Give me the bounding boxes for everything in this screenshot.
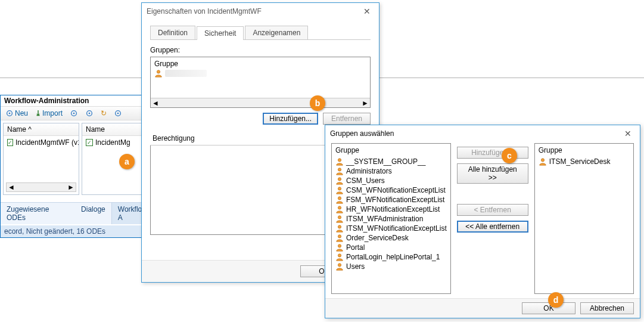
gear-icon	[85, 109, 94, 117]
group-icon	[335, 224, 344, 233]
transfer-buttons: Hinzufügen > Alle hinzufügen >> < Entfer…	[457, 143, 528, 294]
available-groups-header: Gruppe	[335, 146, 447, 154]
toolbar-new-button[interactable]: Neu	[3, 109, 30, 118]
list-item-label: Users	[346, 262, 365, 271]
list-item-label: ITSM_WFAdministration	[346, 215, 423, 223]
list-item[interactable]: ITSM_WFAdministration	[335, 214, 447, 224]
list-item[interactable]: CSM_WFNotificationExceptList	[335, 185, 447, 195]
list-item-label: IncidentMg	[95, 138, 130, 147]
redacted-text	[165, 70, 207, 77]
remove-button[interactable]: Entfernen	[323, 113, 371, 125]
list-item[interactable]: Administrators	[335, 166, 447, 176]
properties-tabs: Definition Sicherheit Anzeigenamen	[150, 26, 371, 40]
list-item[interactable]: PortalLogin_helpLinePortal_1	[335, 252, 447, 262]
add-one-button[interactable]: Hinzufügen >	[457, 147, 528, 159]
check-icon: ✓	[7, 139, 13, 146]
group-icon	[335, 262, 344, 271]
list-item[interactable]: FSM_WFNotificationExceptList	[335, 195, 447, 205]
annotation-badge-c: c	[502, 148, 517, 163]
gear-icon	[114, 109, 122, 117]
properties-titlebar: Eigenschaften von IncidentMgmtWF ✕	[142, 3, 379, 20]
list-item[interactable]: ITSM_WFNotificationExceptList	[335, 224, 447, 233]
column-header-name-sort[interactable]: Name ^	[4, 123, 79, 136]
refresh-icon: ↻	[101, 109, 107, 117]
toolbar-import-button[interactable]: ⤓ Import	[33, 109, 65, 118]
ok-button[interactable]: OK	[522, 302, 575, 314]
list-item-label: ITSM_WFNotificationExceptList	[346, 224, 447, 233]
select-groups-titlebar: Gruppen auswählen ✕	[325, 125, 640, 142]
list-item-label: ITSM_ServiceDesk	[549, 157, 611, 166]
list-item[interactable]: ITSM_ServiceDesk	[539, 157, 630, 166]
list-item[interactable]: CSM_Users	[335, 176, 447, 185]
gear-icon	[5, 109, 14, 117]
tab-displaynames[interactable]: Anzeigenamen	[245, 26, 308, 39]
group-icon	[335, 205, 344, 213]
scroll-right-icon[interactable]: ►	[360, 99, 370, 107]
properties-title: Eigenschaften von IncidentMgmtWF	[147, 7, 262, 16]
toolbar-import-label: Import	[42, 109, 63, 117]
close-icon[interactable]: ✕	[360, 7, 374, 16]
status-bar: ecord, Nicht geändert, 16 ODEs	[1, 225, 160, 237]
tab-dialogs[interactable]: Dialoge	[75, 203, 111, 224]
toolbar-icon-button-4[interactable]	[111, 109, 125, 118]
cancel-button[interactable]: Abbrechen	[580, 302, 634, 314]
tab-definition[interactable]: Definition	[150, 26, 195, 39]
group-icon	[335, 253, 344, 261]
horizontal-scrollbar[interactable]: ◄ ►	[151, 98, 370, 107]
add-all-button[interactable]: Alle hinzufügen >>	[457, 163, 528, 184]
remove-all-button[interactable]: << Alle entfernen	[457, 221, 528, 233]
list-item[interactable]: Order_ServiceDesk	[335, 233, 447, 243]
toolbar-icon-button-1[interactable]	[67, 109, 80, 118]
list-item[interactable]	[154, 69, 366, 78]
toolbar-icon-button-2[interactable]	[83, 109, 96, 118]
workflow-admin-toolbar: Neu ⤓ Import ↻	[1, 107, 160, 120]
group-icon	[335, 243, 344, 252]
gear-icon	[70, 109, 78, 117]
list-item-label: Order_ServiceDesk	[346, 234, 409, 242]
add-button[interactable]: Hinzufügen...	[263, 113, 318, 125]
list-item[interactable]: Users	[335, 262, 447, 271]
workflow-list-left: Name ^ ✓ IncidentMgmtWF (v1) ◄ ►	[3, 123, 79, 195]
list-item-label: CSM_WFNotificationExceptList	[346, 186, 446, 194]
select-groups-title: Gruppen auswählen	[330, 129, 394, 138]
scroll-right-icon[interactable]: ►	[66, 183, 76, 191]
list-item-label: CSM_Users	[346, 177, 385, 185]
group-icon	[335, 177, 344, 185]
workflow-admin-window: Workflow-Administration Neu ⤓ Import ↻ N…	[0, 95, 161, 238]
tab-security[interactable]: Sicherheit	[197, 26, 244, 40]
workflow-admin-title: Workflow-Administration	[1, 95, 160, 107]
group-icon	[335, 186, 344, 194]
list-item-label: Portal	[346, 243, 365, 252]
groups-column-header: Gruppe	[154, 60, 366, 68]
toolbar-icon-button-3[interactable]: ↻	[98, 109, 109, 118]
list-item-label: __SYSTEM__GROUP__	[346, 157, 425, 166]
list-item-label: HR_WFNotificationExceptList	[346, 205, 440, 213]
list-item[interactable]: __SYSTEM__GROUP__	[335, 157, 447, 166]
close-icon[interactable]: ✕	[621, 129, 635, 138]
check-icon: ✓	[86, 139, 93, 146]
scroll-left-icon[interactable]: ◄	[7, 183, 16, 191]
permissions-column-left: Berechtigung	[153, 134, 195, 143]
group-icon	[335, 234, 344, 242]
selected-groups-header: Gruppe	[539, 146, 630, 154]
bottom-tabs: Zugewiesene ODEs Dialoge Workflow-A	[1, 202, 160, 224]
annotation-badge-d: d	[548, 292, 564, 308]
annotation-badge-a: a	[119, 154, 135, 169]
group-icon	[539, 157, 547, 166]
groups-listbox[interactable]: Gruppe ◄ ►	[150, 57, 371, 108]
horizontal-scrollbar[interactable]: ◄ ►	[6, 182, 76, 192]
list-item[interactable]: HR_WFNotificationExceptList	[335, 205, 447, 214]
group-icon	[335, 157, 344, 166]
list-item[interactable]: ✓ IncidentMgmtWF (v1)	[7, 138, 75, 147]
remove-one-button[interactable]: < Entfernen	[457, 204, 528, 216]
scroll-left-icon[interactable]: ◄	[151, 99, 160, 107]
selected-groups-listbox[interactable]: Gruppe ITSM_ServiceDesk	[534, 143, 634, 294]
group-icon	[335, 167, 344, 175]
group-icon	[154, 69, 163, 78]
import-icon: ⤓	[35, 109, 41, 117]
tab-assigned-odes[interactable]: Zugewiesene ODEs	[1, 203, 75, 224]
groups-label: Gruppen:	[150, 46, 371, 54]
list-item-label: PortalLogin_helpLinePortal_1	[346, 253, 440, 261]
available-groups-listbox[interactable]: Gruppe __SYSTEM__GROUP__AdministratorsCS…	[331, 143, 451, 294]
list-item[interactable]: Portal	[335, 243, 447, 252]
